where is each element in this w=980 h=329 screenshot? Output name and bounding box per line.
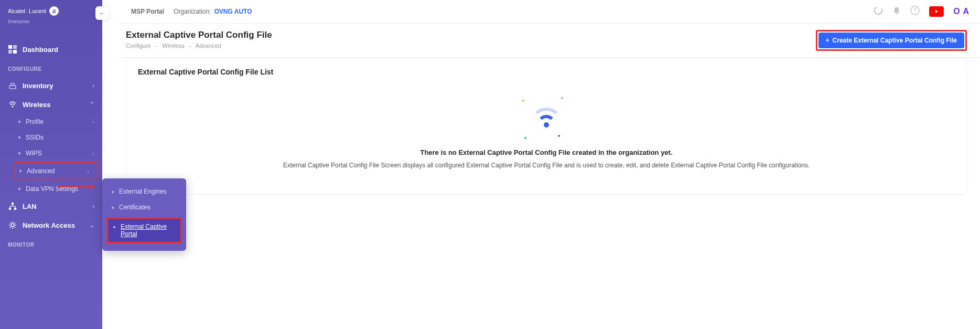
button-label: Create External Captive Portal Config Fi…	[833, 37, 957, 44]
svg-rect-9	[14, 208, 16, 210]
breadcrumb: Configure - Wireless - Advanced	[126, 43, 272, 49]
sidebar-item-label: Network Access	[23, 221, 75, 229]
svg-text:?: ?	[913, 7, 917, 14]
sidebar-item-label: LAN	[23, 203, 37, 210]
chevron-up-icon: ⌃	[89, 101, 94, 108]
svg-rect-8	[9, 208, 11, 210]
svg-rect-3	[13, 50, 17, 54]
org-label: Organization:	[174, 8, 211, 15]
dashboard-icon	[8, 45, 17, 54]
flyout-item-certificates[interactable]: Certificates	[102, 199, 186, 215]
sidebar-sub-advanced[interactable]: Advanced ›	[16, 163, 97, 179]
svg-rect-7	[12, 203, 14, 205]
sidebar-item-wireless[interactable]: Wireless ⌃	[0, 95, 102, 114]
sidebar-item-inventory[interactable]: Inventory ›	[0, 76, 102, 95]
flyout-item-label: Certificates	[119, 204, 150, 211]
sidebar-item-lan[interactable]: LAN ›	[0, 197, 102, 216]
youtube-icon[interactable]	[929, 6, 944, 17]
breadcrumb-item[interactable]: Wireless	[163, 43, 185, 49]
annotation-highlight-advanced: Advanced ›	[15, 162, 98, 180]
org-name-link[interactable]: OVNG AUTO	[214, 8, 252, 15]
wireless-sublist: Profile › SSIDs WIPS › Advanced › Data V…	[0, 114, 102, 197]
sidebar-sub-profile[interactable]: Profile ›	[10, 114, 102, 130]
sidebar: Alcatel · Lucent a Enterprise Dashboard …	[0, 0, 102, 329]
card-title: External Captive Portal Config File List	[138, 68, 955, 76]
breadcrumb-item[interactable]: Configure	[126, 43, 151, 49]
flyout-item-external-captive-portal[interactable]: External Captive Portal	[108, 219, 180, 242]
sidebar-collapse-button[interactable]: ←	[95, 6, 109, 20]
sidebar-item-label: Advanced	[27, 167, 55, 175]
plus-icon: +	[826, 37, 830, 44]
page-title: External Captive Portal Config File	[126, 30, 272, 40]
flyout-item-external-engines[interactable]: External Engines	[102, 184, 186, 199]
brand-name-1: Alcatel	[8, 8, 25, 14]
svg-rect-1	[13, 45, 17, 49]
sidebar-item-network-access[interactable]: Network Access ⌄	[0, 216, 102, 235]
config-file-list-card: External Captive Portal Config File List…	[126, 58, 967, 195]
sidebar-item-label: WIPS	[26, 150, 42, 157]
inventory-icon	[8, 81, 17, 90]
create-config-file-button[interactable]: + Create External Captive Portal Config …	[819, 33, 964, 48]
sidebar-item-label: SSIDs	[26, 134, 44, 141]
svg-point-11	[875, 7, 882, 14]
loading-icon	[874, 6, 883, 17]
sidebar-item-label: Profile	[26, 118, 44, 125]
brand-name-2: Lucent	[29, 8, 46, 14]
svg-rect-2	[8, 50, 12, 54]
wifi-icon	[8, 100, 17, 109]
svg-rect-5	[11, 83, 14, 86]
svg-point-10	[11, 224, 14, 227]
annotation-highlight-create-button: + Create External Captive Portal Config …	[816, 30, 967, 51]
sidebar-sub-ssids[interactable]: SSIDs	[10, 130, 102, 145]
chevron-right-icon: ›	[92, 82, 94, 89]
lan-icon	[8, 202, 17, 210]
empty-state-title: There is no External Captive Portal Conf…	[420, 148, 672, 156]
portal-name: MSP Portal	[131, 8, 164, 15]
bell-icon[interactable]	[892, 6, 901, 17]
brand-mark-icon: a	[49, 6, 59, 16]
empty-state: There is no External Captive Portal Conf…	[138, 92, 955, 185]
chevron-right-icon: ›	[87, 168, 89, 174]
chevron-down-icon: ⌄	[89, 221, 94, 229]
breadcrumb-item[interactable]: Advanced	[196, 43, 221, 49]
chevron-right-icon: ›	[92, 203, 94, 210]
sidebar-item-label: Wireless	[23, 101, 50, 109]
section-label-configure: CONFIGURE	[0, 59, 102, 76]
annotation-highlight-external-captive-portal: External Captive Portal	[106, 217, 182, 243]
wifi-illustration-icon	[525, 97, 567, 139]
main-content: External Captive Portal Config File List…	[118, 52, 975, 329]
user-avatar[interactable]: O A	[953, 7, 970, 16]
svg-point-12	[896, 13, 898, 15]
chevron-right-icon: ›	[92, 119, 94, 125]
flyout-item-label: External Captive Portal	[121, 223, 171, 238]
annotation-arrow	[58, 186, 94, 187]
brand-logo: Alcatel · Lucent a	[0, 0, 102, 21]
sidebar-sub-wips[interactable]: WIPS ›	[10, 145, 102, 161]
sidebar-item-label: Inventory	[23, 82, 53, 90]
section-label-monitor: MONITOR	[0, 235, 102, 252]
svg-rect-4	[9, 86, 16, 89]
empty-state-description: External Captive Portal Config File Scre…	[283, 162, 810, 169]
svg-rect-0	[8, 45, 12, 49]
sidebar-item-label: Dashboard	[23, 46, 58, 54]
sidebar-sub-data-vpn[interactable]: Data VPN Settings	[10, 181, 102, 197]
brand-sub: Enterprise	[0, 19, 102, 24]
flyout-item-label: External Engines	[119, 188, 167, 195]
help-icon[interactable]: ?	[910, 6, 920, 17]
chevron-right-icon: ›	[92, 150, 94, 156]
topbar: MSP Portal Organization: OVNG AUTO ? O A	[118, 0, 980, 24]
svg-point-6	[12, 106, 14, 108]
advanced-flyout-menu: External Engines Certificates External C…	[102, 178, 186, 251]
sidebar-item-dashboard[interactable]: Dashboard	[0, 40, 102, 59]
gear-icon	[8, 221, 17, 229]
